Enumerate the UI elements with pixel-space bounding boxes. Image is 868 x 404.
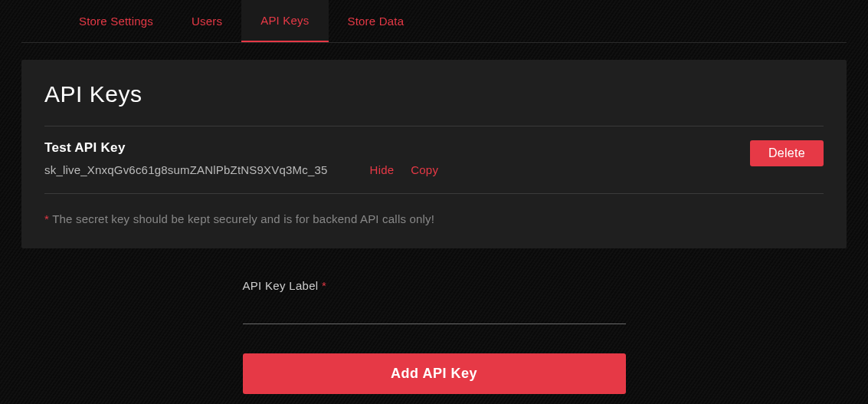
api-keys-panel: API Keys Test API Key sk_live_XnxqGv6c61… — [21, 60, 847, 248]
api-key-label-input[interactable] — [243, 301, 626, 324]
tab-nav: Store Settings Users API Keys Store Data — [21, 0, 847, 43]
tab-store-settings[interactable]: Store Settings — [60, 0, 172, 42]
copy-button[interactable]: Copy — [411, 163, 438, 176]
add-api-key-button[interactable]: Add API Key — [243, 353, 626, 394]
page-title: API Keys — [44, 81, 824, 126]
asterisk-icon: * — [44, 212, 52, 225]
hide-button[interactable]: Hide — [370, 163, 395, 176]
api-key-label-label: API Key Label * — [243, 279, 626, 292]
secret-key-note: * The secret key should be kept securely… — [44, 194, 824, 225]
tab-api-keys[interactable]: API Keys — [241, 0, 328, 42]
required-asterisk-icon: * — [322, 279, 326, 292]
secret-key-note-text: The secret key should be kept securely a… — [52, 212, 434, 225]
tab-users[interactable]: Users — [172, 0, 241, 42]
add-key-form: API Key Label * Add API Key — [21, 248, 847, 394]
api-key-row: Test API Key sk_live_XnxqGv6c61g8sumZANl… — [44, 126, 824, 194]
tab-store-data[interactable]: Store Data — [329, 0, 424, 42]
api-key-name: Test API Key — [44, 140, 438, 156]
api-key-value: sk_live_XnxqGv6c61g8sumZANlPbZtNS9XVq3Mc… — [44, 163, 328, 176]
delete-button[interactable]: Delete — [750, 140, 824, 166]
